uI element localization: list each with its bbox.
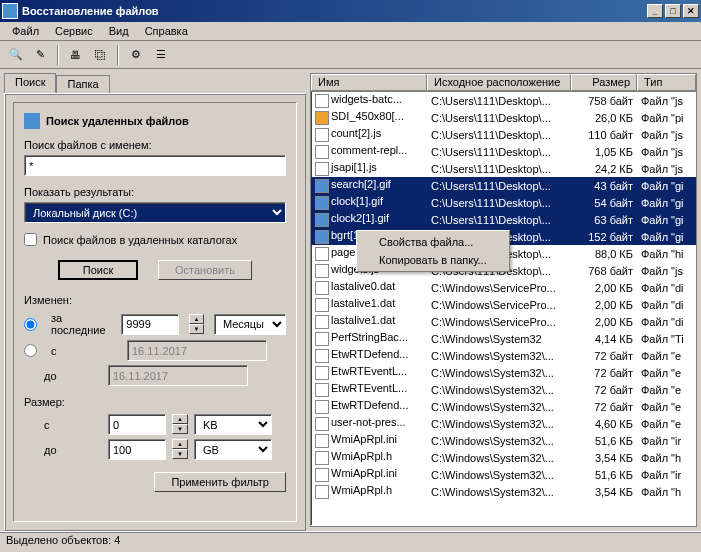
toolbar-settings-icon[interactable]: ⚙ — [124, 44, 147, 66]
spin-down[interactable]: ▼ — [172, 424, 188, 434]
table-row[interactable]: lastalive1.datC:\Windows\ServicePro...2,… — [311, 313, 696, 330]
size-to-input[interactable] — [108, 439, 166, 460]
context-props[interactable]: Свойства файла... — [359, 233, 507, 251]
drive-select[interactable]: Локальный диск (C:) — [24, 202, 286, 223]
table-row[interactable]: WmiApRpl.hC:\Windows\System32\...3,54 КБ… — [311, 449, 696, 466]
table-row[interactable]: EtwRTEventL...C:\Windows\System32\...72 … — [311, 364, 696, 381]
last-value-input[interactable] — [121, 314, 179, 335]
toolbar-sep — [57, 45, 59, 65]
radio-last[interactable] — [24, 318, 37, 331]
spin-down[interactable]: ▼ — [172, 449, 188, 459]
table-row[interactable]: count[2].jsC:\Users\111\Desktop\...110 б… — [311, 126, 696, 143]
toolbar-print-icon[interactable]: 🖶 — [64, 44, 87, 66]
file-icon — [315, 247, 329, 261]
list-header: Имя Исходное расположение Размер Тип — [311, 74, 696, 92]
context-menu: Свойства файла... Копировать в папку... — [356, 230, 510, 272]
status-text: Выделено объектов: 4 — [6, 534, 120, 546]
toolbar-search-icon[interactable]: 🔍 — [4, 44, 27, 66]
deleted-catalogs-checkbox[interactable] — [24, 233, 37, 246]
table-row[interactable]: search[2].gifC:\Users\111\Desktop\...43 … — [311, 177, 696, 194]
file-icon — [315, 417, 329, 431]
table-row[interactable]: EtwRTDefend...C:\Windows\System32\...72 … — [311, 398, 696, 415]
toolbar: 🔍 ✎ 🖶 ⿻ ⚙ ☰ — [0, 41, 701, 69]
left-panel: Поиск Папка Поиск удаленных файлов Поиск… — [0, 69, 310, 531]
statusbar: Выделено объектов: 4 — [0, 531, 701, 551]
stop-button[interactable]: Остановить — [158, 260, 252, 280]
col-path[interactable]: Исходное расположение — [427, 74, 571, 91]
toolbar-edit-icon[interactable]: ✎ — [29, 44, 52, 66]
date-to-input[interactable] — [108, 365, 248, 386]
file-icon — [315, 485, 329, 499]
col-type[interactable]: Тип — [637, 74, 696, 91]
table-row[interactable]: SDI_450x80[...C:\Users\111\Desktop\...26… — [311, 109, 696, 126]
table-row[interactable]: clock[1].gifC:\Users\111\Desktop\...54 б… — [311, 194, 696, 211]
spin-up[interactable]: ▲ — [172, 439, 188, 449]
table-row[interactable]: PerfStringBac...C:\Windows\System324,14 … — [311, 330, 696, 347]
file-icon — [315, 213, 329, 227]
filename-input[interactable] — [24, 155, 286, 176]
tab-folder[interactable]: Папка — [56, 75, 109, 93]
table-row[interactable]: EtwRTEventL...C:\Windows\System32\...72 … — [311, 381, 696, 398]
close-button[interactable]: ✕ — [683, 4, 699, 18]
search-button[interactable]: Поиск — [58, 260, 138, 280]
table-row[interactable]: widgets-batc...C:\Users\111\Desktop\...7… — [311, 92, 696, 109]
radio-last-label: за последние — [51, 312, 111, 336]
file-icon — [315, 434, 329, 448]
deleted-catalogs-label: Поиск файлов в удаленных каталогах — [43, 234, 237, 246]
to-label: до — [24, 370, 102, 382]
radio-from[interactable] — [24, 344, 37, 357]
size-from-unit[interactable]: KB — [194, 414, 272, 435]
table-row[interactable]: comment-repl...C:\Users\111\Desktop\...1… — [311, 143, 696, 160]
spin-down[interactable]: ▼ — [189, 324, 204, 334]
apply-filter-button[interactable]: Применить фильтр — [154, 472, 286, 492]
file-icon — [315, 315, 329, 329]
maximize-button[interactable]: □ — [665, 4, 681, 18]
file-icon — [315, 94, 329, 108]
menu-service[interactable]: Сервис — [47, 24, 101, 38]
file-icon — [315, 383, 329, 397]
file-icon — [315, 196, 329, 210]
size-from-input[interactable] — [108, 414, 166, 435]
last-unit-select[interactable]: Месяцы — [214, 314, 286, 335]
date-from-input[interactable] — [127, 340, 267, 361]
size-from-label: с — [24, 419, 102, 431]
table-row[interactable]: user-not-pres...C:\Windows\System32\...4… — [311, 415, 696, 432]
results-label: Показать результаты: — [24, 186, 286, 198]
context-copy[interactable]: Копировать в папку... — [359, 251, 507, 269]
file-icon — [315, 298, 329, 312]
changed-label: Изменен: — [24, 294, 286, 306]
table-row[interactable]: EtwRTDefend...C:\Windows\System32\...72 … — [311, 347, 696, 364]
minimize-button[interactable]: _ — [647, 4, 663, 18]
menu-file[interactable]: Файл — [4, 24, 47, 38]
list-body[interactable]: widgets-batc...C:\Users\111\Desktop\...7… — [311, 92, 696, 526]
table-row[interactable]: lastalive0.datC:\Windows\ServicePro...2,… — [311, 279, 696, 296]
titlebar[interactable]: Восстановление файлов _ □ ✕ — [0, 0, 701, 22]
file-icon — [315, 349, 329, 363]
col-size[interactable]: Размер — [571, 74, 637, 91]
tab-search[interactable]: Поиск — [4, 73, 56, 93]
table-row[interactable]: clock2[1].gifC:\Users\111\Desktop\...63 … — [311, 211, 696, 228]
menu-view[interactable]: Вид — [101, 24, 137, 38]
name-label: Поиск файлов с именем: — [24, 139, 286, 151]
file-listview[interactable]: Имя Исходное расположение Размер Тип wid… — [310, 73, 697, 527]
table-row[interactable]: WmiApRpl.iniC:\Windows\System32\...51,6 … — [311, 466, 696, 483]
spin-up[interactable]: ▲ — [172, 414, 188, 424]
spin-up[interactable]: ▲ — [189, 314, 204, 324]
table-row[interactable]: jsapi[1].jsC:\Users\111\Desktop\...24,2 … — [311, 160, 696, 177]
file-icon — [315, 264, 329, 278]
menubar: Файл Сервис Вид Справка — [0, 22, 701, 41]
table-row[interactable]: lastalive1.datC:\Windows\ServicePro...2,… — [311, 296, 696, 313]
right-panel: Имя Исходное расположение Размер Тип wid… — [310, 69, 701, 531]
file-icon — [315, 400, 329, 414]
size-to-unit[interactable]: GB — [194, 439, 272, 460]
radio-from-label: с — [51, 345, 117, 357]
toolbar-options-icon[interactable]: ☰ — [149, 44, 172, 66]
file-icon — [315, 145, 329, 159]
col-name[interactable]: Имя — [311, 74, 427, 91]
table-row[interactable]: WmiApRpl.iniC:\Windows\System32\...51,6 … — [311, 432, 696, 449]
menu-help[interactable]: Справка — [137, 24, 196, 38]
table-row[interactable]: WmiApRpl.hC:\Windows\System32\...3,54 КБ… — [311, 483, 696, 500]
file-icon — [315, 332, 329, 346]
toolbar-copy-icon[interactable]: ⿻ — [89, 44, 112, 66]
file-icon — [315, 281, 329, 295]
